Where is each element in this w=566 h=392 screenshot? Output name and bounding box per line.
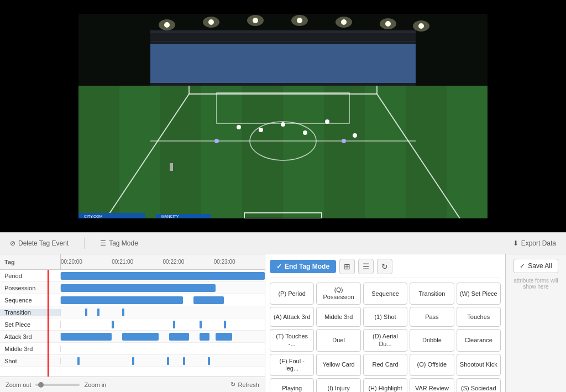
- svg-point-11: [159, 19, 175, 30]
- tag-button[interactable]: Touches: [457, 307, 501, 327]
- export-data-button[interactable]: ⬇ Export Data: [509, 237, 560, 249]
- timeline-row-label: Possession: [0, 285, 61, 291]
- refresh-button[interactable]: ↻ Refresh: [230, 381, 259, 388]
- timeline-track: [61, 282, 265, 294]
- tag-button[interactable]: (W) Set Piece: [457, 283, 501, 305]
- end-tag-mode-button[interactable]: ✓ End Tag Mode: [270, 260, 336, 273]
- svg-rect-24: [201, 86, 242, 218]
- tag-button[interactable]: Sequence: [363, 283, 407, 305]
- timeline-track: [61, 355, 265, 367]
- tag-button[interactable]: (1) Shot: [363, 307, 407, 327]
- timeline-row[interactable]: Attack 3rd: [0, 331, 265, 343]
- track-bar: [216, 333, 232, 341]
- tag-button[interactable]: (D) Aerial Du...: [363, 329, 407, 351]
- track-bar: [61, 296, 183, 304]
- playhead: [48, 270, 49, 377]
- export-data-label: Export Data: [521, 239, 556, 247]
- svg-point-44: [214, 139, 219, 143]
- save-check-icon: ✓: [520, 262, 525, 270]
- tag-button[interactable]: Yellow Card: [316, 354, 360, 376]
- tag-button[interactable]: Duel: [316, 329, 360, 351]
- check-icon: ✓: [276, 263, 282, 270]
- timeline-row-label: Sequence: [0, 297, 61, 304]
- svg-point-42: [237, 125, 241, 129]
- save-panel: ✓ Save All attribute forms will show her…: [505, 254, 566, 392]
- tag-button[interactable]: Clearance: [457, 329, 501, 351]
- tag-button[interactable]: (S) Sociedad: [457, 378, 501, 392]
- tag-button[interactable]: (H) Highlight: [363, 378, 407, 392]
- tag-button[interactable]: Transition: [410, 283, 454, 305]
- svg-rect-22: [119, 86, 160, 218]
- svg-rect-30: [447, 86, 488, 218]
- save-all-button[interactable]: ✓ Save All: [513, 259, 558, 273]
- timeline-row[interactable]: Period: [0, 270, 265, 282]
- delete-tag-label: Delete Tag Event: [18, 239, 69, 247]
- zoom-thumb: [38, 382, 44, 388]
- tag-button[interactable]: Playing: [270, 378, 314, 392]
- svg-rect-21: [78, 86, 119, 218]
- timeline-row[interactable]: Set Piece: [0, 318, 265, 331]
- tag-button[interactable]: (A) Attack 3rd: [270, 307, 314, 327]
- tag-button[interactable]: (I) Injury: [316, 378, 360, 392]
- tag-panel-toolbar: ✓ End Tag Mode ⊞ ☰ ↻: [270, 259, 501, 278]
- timeline-row[interactable]: Possession: [0, 282, 265, 294]
- track-bar: [61, 272, 265, 280]
- timeline-body: PeriodPossessionSequenceTransitionSet Pi…: [0, 270, 265, 377]
- svg-rect-18: [150, 44, 416, 83]
- svg-rect-25: [242, 86, 283, 218]
- track-marker: [167, 357, 169, 365]
- timeline-row-label: Attack 3rd: [0, 333, 61, 340]
- tag-button[interactable]: VAR Review: [410, 378, 454, 392]
- svg-rect-29: [406, 86, 447, 218]
- delete-icon: ⊘: [10, 239, 15, 247]
- tag-button[interactable]: (P) Period: [270, 283, 314, 305]
- timeline-track: [61, 270, 265, 281]
- tag-button[interactable]: (Q) Possession: [316, 283, 360, 305]
- svg-point-45: [342, 139, 346, 143]
- tag-button[interactable]: (T) Touches -...: [270, 329, 314, 351]
- timeline-row-label: Shot: [0, 358, 61, 364]
- tag-button[interactable]: Middle 3rd: [316, 307, 360, 327]
- tag-button[interactable]: (O) Offside: [410, 354, 454, 376]
- track-bar: [61, 284, 216, 292]
- list-view-button[interactable]: ☰: [358, 259, 374, 274]
- svg-point-15: [336, 17, 352, 28]
- tag-button[interactable]: Dribble: [410, 329, 454, 351]
- grid-view-button[interactable]: ⊞: [339, 259, 355, 274]
- svg-point-16: [380, 18, 396, 29]
- timeline-row[interactable]: Middle 3rd: [0, 343, 265, 355]
- tag-button[interactable]: Red Card: [363, 354, 407, 376]
- timeline-row[interactable]: Transition: [0, 306, 265, 318]
- toolbar-separator-1: [84, 238, 85, 249]
- track-marker: [97, 309, 99, 316]
- toolbar: ⊘ Delete Tag Event ☰ Tag Mode ⬇ Export D…: [0, 232, 566, 254]
- svg-text:CITY.COM: CITY.COM: [84, 215, 102, 218]
- time-marker: 00:22:00: [163, 259, 185, 265]
- tag-button[interactable]: Shootout Kick: [457, 354, 501, 376]
- timeline-row[interactable]: Sequence: [0, 294, 265, 306]
- tag-button[interactable]: (F) Foul - leg...: [270, 354, 314, 376]
- svg-point-40: [303, 130, 307, 135]
- zoom-bar: Zoom out Zoom in ↻ Refresh: [0, 377, 265, 392]
- svg-point-17: [413, 20, 429, 32]
- tag-mode-icon: ☰: [100, 239, 106, 247]
- refresh-view-button[interactable]: ↻: [377, 259, 392, 274]
- track-marker: [173, 321, 175, 328]
- delete-tag-button[interactable]: ⊘ Delete Tag Event: [6, 237, 73, 249]
- track-marker: [132, 357, 134, 365]
- timeline-row-label: Set Piece: [0, 321, 61, 328]
- track-bar: [193, 296, 224, 304]
- track-bar: [169, 333, 190, 341]
- refresh-label: Refresh: [238, 381, 259, 388]
- track-marker: [208, 357, 210, 365]
- tag-mode-button[interactable]: ☰ Tag Mode: [96, 237, 143, 249]
- timeline-track: [61, 294, 265, 306]
- zoom-slider[interactable]: [35, 384, 80, 386]
- svg-point-13: [247, 15, 264, 26]
- video-player[interactable]: CITY.COM MANCITY: [78, 14, 488, 218]
- svg-point-43: [353, 133, 357, 138]
- tag-button[interactable]: Pass: [410, 307, 454, 327]
- svg-point-39: [259, 128, 263, 132]
- svg-text:MANCITY: MANCITY: [161, 215, 179, 218]
- timeline-row[interactable]: Shot: [0, 355, 265, 367]
